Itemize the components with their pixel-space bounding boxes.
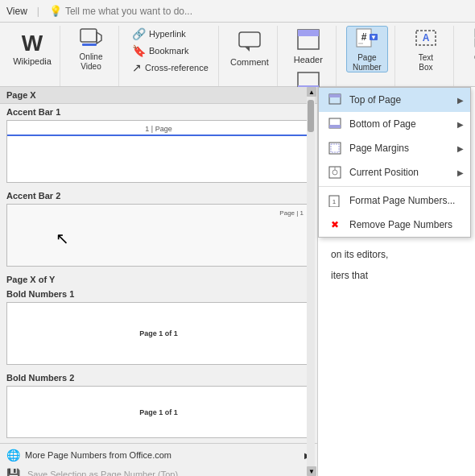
online-video-button[interactable]: OnlineVideo bbox=[70, 26, 112, 72]
page-number-icon: #▼ bbox=[355, 27, 379, 52]
dropdown-menu: Top of Page ▶ Bottom of Page ▶ Page Marg… bbox=[318, 87, 471, 238]
ribbon-group-comment: Comment bbox=[222, 26, 278, 86]
section-label-page-x-of-y: Page X of Y bbox=[0, 271, 317, 286]
cross-reference-icon: ↗ bbox=[132, 61, 142, 74]
bottom-of-page-label: Bottom of Page bbox=[349, 118, 462, 130]
ribbon-group-links: 🔗 Hyperlink 🔖 Bookmark ↗ Cross-reference bbox=[122, 26, 219, 86]
accent-bar-1-preview[interactable]: 1 | Page bbox=[6, 120, 311, 183]
ribbon-group-header-footer: Header Footer bbox=[281, 26, 337, 86]
bold-numbers-2-preview[interactable]: Page 1 of 1 bbox=[6, 386, 311, 438]
text-box-button[interactable]: A TextBox bbox=[405, 26, 447, 72]
accent-bar-1-text: 1 | Page bbox=[7, 125, 310, 136]
current-position-label: Current Position bbox=[349, 167, 462, 178]
ribbon-group-quick-parts: QuickParts bbox=[457, 26, 475, 86]
page-number-button[interactable]: #▼ PageNumber bbox=[346, 26, 388, 72]
more-page-numbers-label: More Page Numbers from Office.com bbox=[25, 450, 171, 460]
format-page-numbers-label: Format Page Numbers... bbox=[349, 195, 462, 206]
panel-header: Page X bbox=[0, 87, 317, 104]
menu-divider-1 bbox=[319, 186, 470, 187]
svg-rect-3 bbox=[239, 32, 260, 47]
comment-icon bbox=[238, 31, 261, 56]
online-video-label: OnlineVideo bbox=[80, 52, 103, 72]
header-button[interactable]: Header bbox=[287, 26, 329, 67]
save-selection-label: Save Selection as Page Number (Top) bbox=[27, 470, 178, 476]
video-icon bbox=[80, 28, 102, 51]
top-of-page-label: Top of Page bbox=[349, 94, 462, 106]
hyperlink-button[interactable]: 🔗 Hyperlink bbox=[129, 26, 212, 42]
menu-item-current-position[interactable]: Current Position ▶ bbox=[319, 160, 470, 184]
hyperlink-label: Hyperlink bbox=[149, 29, 186, 39]
page-margins-label: Page Margins bbox=[349, 143, 462, 154]
remove-page-numbers-label: Remove Page Numbers bbox=[349, 219, 462, 230]
main-area: ▲ ▼ Page X Accent Bar 1 1 | Page Accent … bbox=[0, 87, 475, 476]
ribbon-group-textbox: A TextBox bbox=[399, 26, 454, 86]
wikipedia-button[interactable]: W Wikipedia bbox=[11, 26, 53, 72]
ribbon-group-wikipedia: W Wikipedia bbox=[5, 26, 60, 86]
accent-bar-2-text: Page | 1 bbox=[279, 209, 304, 217]
scroll-thumb[interactable] bbox=[308, 100, 314, 132]
current-position-arrow: ▶ bbox=[457, 168, 464, 177]
svg-text:1: 1 bbox=[332, 198, 337, 205]
text-box-icon: A bbox=[415, 27, 437, 52]
cross-reference-label: Cross-reference bbox=[145, 63, 209, 72]
wikipedia-icon: W bbox=[22, 32, 43, 55]
svg-rect-6 bbox=[298, 30, 319, 36]
section-label-bold-numbers-1: Bold Numbers 1 bbox=[0, 286, 317, 300]
bookmark-button[interactable]: 🔖 Bookmark bbox=[129, 43, 212, 59]
current-position-icon bbox=[327, 164, 343, 180]
page-margins-icon bbox=[327, 140, 343, 156]
bold-numbers-1-text: Page 1 of 1 bbox=[139, 329, 178, 337]
left-panel: ▲ ▼ Page X Accent Bar 1 1 | Page Accent … bbox=[0, 87, 318, 476]
view-menu[interactable]: View bbox=[6, 6, 27, 17]
quick-parts-button[interactable]: QuickParts bbox=[464, 26, 475, 72]
comment-label: Comment bbox=[230, 57, 269, 68]
svg-rect-0 bbox=[81, 29, 97, 42]
ribbon-group-page-number: #▼ PageNumber bbox=[340, 26, 395, 86]
cross-reference-button[interactable]: ↗ Cross-reference bbox=[129, 60, 212, 76]
text-box-label: TextBox bbox=[419, 53, 433, 72]
bookmark-label: Bookmark bbox=[149, 46, 189, 56]
section-label-accent-bar-2: Accent Bar 2 bbox=[0, 188, 317, 202]
svg-text:#: # bbox=[361, 31, 367, 43]
bookmark-icon: 🔖 bbox=[132, 44, 146, 57]
svg-text:▼: ▼ bbox=[370, 34, 377, 41]
tell-me-input[interactable] bbox=[65, 6, 226, 17]
page-number-label: PageNumber bbox=[353, 53, 382, 72]
comment-button[interactable]: Comment bbox=[229, 26, 271, 72]
wikipedia-label: Wikipedia bbox=[13, 56, 52, 67]
save-selection-item[interactable]: 💾 Save Selection as Page Number (Top) bbox=[0, 465, 317, 476]
menu-item-top-of-page[interactable]: Top of Page ▶ bbox=[319, 88, 470, 112]
svg-point-26 bbox=[332, 170, 337, 175]
panel-bottom: 🌐 More Page Numbers from Office.com ▶ 💾 … bbox=[0, 443, 317, 476]
scroll-up-arrow[interactable]: ▲ bbox=[307, 87, 316, 97]
remove-page-numbers-icon: ✖ bbox=[327, 217, 343, 233]
scroll-down-arrow[interactable]: ▼ bbox=[307, 466, 316, 476]
ribbon-group-media: OnlineVideo bbox=[64, 26, 119, 86]
bold-numbers-2-text: Page 1 of 1 bbox=[139, 408, 178, 416]
bottom-of-page-icon bbox=[327, 116, 343, 132]
format-page-numbers-icon: 1 bbox=[327, 192, 343, 209]
top-of-page-icon bbox=[327, 92, 343, 108]
accent-bar-2-preview[interactable]: Page | 1 ↖ bbox=[6, 204, 311, 267]
svg-rect-24 bbox=[331, 144, 339, 152]
doc-line-7: on its editors, bbox=[331, 244, 462, 265]
menu-item-remove-page-numbers[interactable]: ✖ Remove Page Numbers bbox=[319, 213, 470, 237]
menu-item-page-margins[interactable]: Page Margins ▶ bbox=[319, 136, 470, 160]
svg-marker-4 bbox=[245, 47, 250, 52]
menu-item-bottom-of-page[interactable]: Bottom of Page ▶ bbox=[319, 112, 470, 136]
header-icon bbox=[297, 29, 320, 53]
more-page-numbers-item[interactable]: 🌐 More Page Numbers from Office.com ▶ bbox=[0, 445, 317, 465]
dropdown-overlay: Top of Page ▶ Bottom of Page ▶ Page Marg… bbox=[318, 87, 471, 238]
top-of-page-arrow: ▶ bbox=[457, 96, 464, 105]
svg-rect-22 bbox=[329, 125, 341, 128]
svg-rect-2 bbox=[82, 43, 97, 46]
svg-rect-20 bbox=[329, 94, 341, 97]
svg-text:A: A bbox=[423, 32, 430, 43]
ribbon: W Wikipedia OnlineVideo 🔗 Hyperlink 🔖 Bo… bbox=[0, 23, 475, 87]
header-label: Header bbox=[294, 55, 323, 65]
page-margins-arrow: ▶ bbox=[457, 144, 464, 153]
bold-numbers-1-preview[interactable]: Page 1 of 1 bbox=[6, 302, 311, 365]
menu-item-format-page-numbers[interactable]: 1 Format Page Numbers... bbox=[319, 188, 470, 213]
bottom-of-page-arrow: ▶ bbox=[457, 120, 464, 129]
section-label-accent-bar-1: Accent Bar 1 bbox=[0, 104, 317, 118]
